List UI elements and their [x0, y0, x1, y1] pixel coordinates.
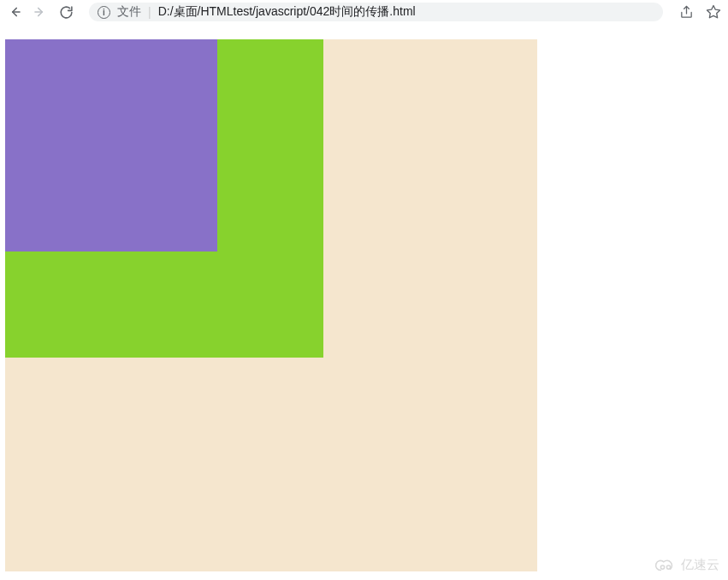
url-divider: | — [148, 5, 151, 19]
reload-icon — [59, 5, 74, 20]
share-icon — [679, 5, 694, 20]
watermark: 亿速云 — [654, 557, 719, 573]
inner-box[interactable] — [5, 39, 217, 252]
toolbar-right — [678, 4, 721, 20]
address-bar[interactable]: i 文件 | D:/桌面/HTMLtest/javascript/042时间的传… — [89, 3, 663, 21]
forward-button[interactable] — [33, 4, 48, 20]
svg-marker-3 — [707, 6, 720, 18]
url-path: D:/桌面/HTMLtest/javascript/042时间的传播.html — [158, 4, 416, 20]
reload-button[interactable] — [58, 4, 74, 20]
back-arrow-icon — [7, 4, 22, 20]
watermark-logo-icon — [654, 558, 678, 573]
browser-toolbar: i 文件 | D:/桌面/HTMLtest/javascript/042时间的传… — [0, 0, 728, 24]
back-button[interactable] — [7, 4, 22, 20]
info-icon[interactable]: i — [98, 6, 110, 19]
star-icon — [706, 4, 721, 20]
bookmark-button[interactable] — [706, 4, 721, 20]
watermark-text: 亿速云 — [681, 557, 719, 573]
page-content: 亿速云 — [0, 24, 728, 580]
outer-box[interactable] — [5, 39, 537, 571]
url-scheme-label: 文件 — [117, 4, 141, 20]
forward-arrow-icon — [33, 4, 48, 20]
share-button[interactable] — [678, 4, 694, 20]
svg-point-5 — [666, 565, 670, 569]
middle-box[interactable] — [5, 39, 323, 358]
svg-point-4 — [660, 565, 664, 569]
